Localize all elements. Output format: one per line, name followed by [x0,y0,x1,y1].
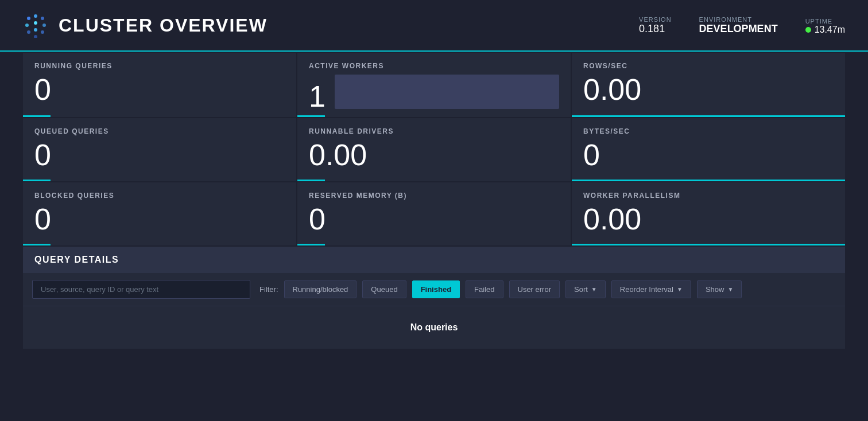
stat-value-queued-queries: 0 [34,140,285,170]
stat-label-reserved-memory: RESERVED MEMORY (B) [309,192,559,200]
header: CLUSTER OVERVIEW VERSION 0.181 ENVIRONME… [0,0,868,52]
query-details-section: QUERY DETAILS Filter: Running/blocked Qu… [23,247,845,349]
stat-label-worker-parallelism: WORKER PARALLELISM [583,192,834,200]
logo-area: CLUSTER OVERVIEW [23,13,268,38]
filter-label: Filter: [259,285,278,294]
stat-label-runnable-drivers: RUNNABLE DRIVERS [309,127,559,135]
svg-point-8 [41,30,44,34]
stats-grid: RUNNING QUERIES 0 ACTIVE WORKERS 1 ROWS/… [23,53,845,245]
reorder-interval-dropdown[interactable]: Reorder Interval ▼ [611,280,691,298]
sort-caret-icon: ▼ [591,286,597,293]
query-details-title: QUERY DETAILS [34,255,119,264]
filter-running-blocked[interactable]: Running/blocked [284,280,357,298]
show-dropdown[interactable]: Show ▼ [697,280,742,298]
stat-value-worker-parallelism: 0.00 [583,204,834,234]
stat-card-worker-parallelism: WORKER PARALLELISM 0.00 [572,182,845,245]
reorder-interval-label: Reorder Interval [620,285,673,294]
stat-bar-active-workers [297,115,571,117]
stat-value-active-workers: 1 [309,81,326,111]
stat-bar-worker-parallelism [572,244,845,245]
sort-label: Sort [574,285,588,294]
show-label: Show [706,285,724,294]
stat-card-active-workers: ACTIVE WORKERS 1 [297,53,571,117]
stat-card-queued-queries: QUEUED QUERIES 0 [23,118,296,181]
uptime-text: 13.47m [815,25,845,35]
filter-user-error[interactable]: User error [509,280,560,298]
svg-point-3 [25,24,29,27]
header-meta: VERSION 0.181 ENVIRONMENT DEVELOPMENT UP… [639,16,845,35]
environment-value: DEVELOPMENT [699,23,778,35]
stat-bar-queued-queries [23,180,296,181]
version-label: VERSION [639,16,672,23]
stat-card-blocked-queries: BLOCKED QUERIES 0 [23,182,296,245]
show-caret-icon: ▼ [727,286,733,293]
stat-label-bytes-sec: BYTES/SEC [583,127,834,135]
reorder-interval-caret-icon: ▼ [677,286,683,293]
uptime-indicator [805,27,811,33]
stat-bar-rows-sec [572,115,845,117]
stat-bar-running-queries [23,115,296,117]
query-controls: Filter: Running/blocked Queued Finished … [23,273,845,306]
version-group: VERSION 0.181 [639,16,672,35]
no-queries-message: No queries [23,306,845,349]
svg-point-0 [27,17,30,20]
uptime-group: UPTIME 13.47m [805,18,845,35]
stat-bar-bytes-sec [572,180,845,181]
stat-label-rows-sec: ROWS/SEC [583,62,834,70]
stat-bar-reserved-memory [297,244,571,245]
sort-dropdown[interactable]: Sort ▼ [565,280,606,298]
environment-group: ENVIRONMENT DEVELOPMENT [699,16,778,35]
stat-value-bytes-sec: 0 [583,140,834,170]
main-content: RUNNING QUERIES 0 ACTIVE WORKERS 1 ROWS/… [0,53,868,360]
uptime-label: UPTIME [805,18,833,25]
filter-queued[interactable]: Queued [362,280,406,298]
stat-value-running-queries: 0 [34,75,285,104]
stat-label-running-queries: RUNNING QUERIES [34,62,285,70]
version-value: 0.181 [639,23,665,35]
stat-value-rows-sec: 0.00 [583,75,834,104]
stat-value-runnable-drivers: 0.00 [309,140,559,170]
page-title: CLUSTER OVERVIEW [59,15,268,36]
stat-card-bytes-sec: BYTES/SEC 0 [572,118,845,181]
active-workers-content: 1 [309,75,559,111]
stat-label-queued-queries: QUEUED QUERIES [34,127,285,135]
search-input[interactable] [32,280,250,299]
stat-bar-runnable-drivers [297,180,571,181]
environment-label: ENVIRONMENT [699,16,752,23]
stat-card-runnable-drivers: RUNNABLE DRIVERS 0.00 [297,118,571,181]
svg-point-4 [34,21,37,25]
svg-point-5 [42,24,46,27]
stat-value-reserved-memory: 0 [309,204,559,234]
stat-bar-blocked-queries [23,244,296,245]
uptime-value: 13.47m [805,25,845,35]
stat-card-reserved-memory: RESERVED MEMORY (B) 0 [297,182,571,245]
query-details-header: QUERY DETAILS [23,247,845,273]
svg-point-7 [34,28,37,32]
stat-value-blocked-queries: 0 [34,204,285,234]
svg-point-6 [27,30,30,34]
stat-card-running-queries: RUNNING QUERIES 0 [23,53,296,117]
filter-finished[interactable]: Finished [412,280,460,298]
logo-icon [23,13,48,38]
svg-point-2 [41,17,44,20]
workers-chart [335,75,559,109]
stat-label-active-workers: ACTIVE WORKERS [309,62,559,70]
stat-label-blocked-queries: BLOCKED QUERIES [34,192,285,200]
svg-point-9 [34,35,37,38]
filter-failed[interactable]: Failed [466,280,503,298]
svg-point-1 [34,14,37,18]
stat-card-rows-sec: ROWS/SEC 0.00 [572,53,845,117]
